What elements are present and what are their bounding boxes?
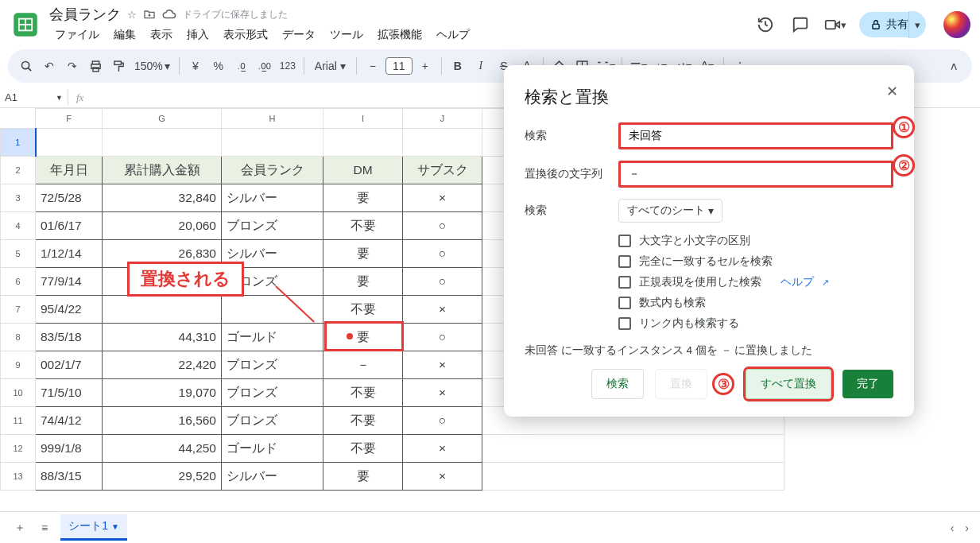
col-header-h[interactable]: H	[222, 109, 323, 129]
row-header[interactable]: 6	[1, 268, 36, 296]
cell[interactable]: ブロンズ	[222, 351, 323, 379]
sheet-tab-1[interactable]: シート1▼	[60, 514, 127, 541]
italic-icon[interactable]: I	[471, 55, 491, 77]
cell[interactable]: 16,560	[103, 407, 222, 435]
num-format-icon[interactable]: 123	[277, 55, 298, 77]
undo-icon[interactable]: ↶	[39, 55, 60, 77]
checkbox-regex[interactable]	[618, 276, 631, 289]
add-sheet-icon[interactable]: ＋	[11, 518, 29, 538]
cell[interactable]: 88/3/15	[36, 463, 103, 491]
cell[interactable]: 29,520	[103, 463, 222, 491]
scope-select[interactable]: すべてのシート ▾	[618, 199, 722, 223]
cell[interactable]: 20,060	[103, 212, 222, 240]
cell[interactable]: 不要	[323, 407, 403, 435]
row-header[interactable]: 10	[1, 379, 36, 407]
cell[interactable]: ×	[403, 379, 482, 407]
row-header[interactable]: 5	[1, 240, 36, 268]
cell[interactable]: 1/12/14	[36, 240, 103, 268]
th-date[interactable]: 年月日	[36, 157, 103, 184]
row-header[interactable]: 11	[1, 407, 36, 435]
select-all-corner[interactable]	[1, 109, 36, 129]
tab-scroll-left-icon[interactable]: ‹	[951, 522, 955, 534]
cell[interactable]: －	[323, 351, 403, 379]
font-family[interactable]: Arial ▾	[310, 55, 351, 77]
tab-scroll-right-icon[interactable]: ›	[965, 522, 969, 534]
cell[interactable]: 999/1/8	[36, 435, 103, 463]
cell[interactable]: 71/5/10	[36, 379, 103, 407]
cell[interactable]: ×	[403, 184, 482, 212]
cell[interactable]: 83/5/18	[36, 324, 103, 351]
cell[interactable]: 不要	[323, 212, 403, 240]
cell[interactable]: ×	[403, 463, 482, 491]
cell[interactable]	[222, 296, 323, 324]
cell[interactable]: ブロンズ	[222, 379, 323, 407]
account-avatar[interactable]	[943, 11, 970, 38]
row-header[interactable]: 13	[1, 463, 36, 491]
cell[interactable]: ブロンズ	[222, 407, 323, 435]
th-amount[interactable]: 累計購入金額	[103, 157, 222, 184]
th-sub[interactable]: サブスク	[403, 157, 482, 184]
cell[interactable]: 74/4/12	[36, 407, 103, 435]
cell[interactable]	[36, 129, 103, 157]
close-icon[interactable]: ✕	[886, 83, 898, 100]
font-size-decrease[interactable]: −	[362, 55, 383, 77]
doc-title[interactable]: 会員ランク	[49, 5, 121, 24]
search-tool-icon[interactable]	[16, 55, 37, 77]
done-button[interactable]: 完了	[842, 370, 893, 398]
cell[interactable]: 002/1/7	[36, 351, 103, 379]
cell[interactable]: ○	[403, 212, 482, 240]
redo-icon[interactable]: ↷	[62, 55, 83, 77]
checkbox-formula[interactable]	[618, 297, 631, 309]
th-dm[interactable]: DM	[323, 157, 403, 184]
cell[interactable]	[482, 435, 784, 463]
collapse-toolbar-icon[interactable]: ʌ	[943, 55, 964, 77]
name-box[interactable]: A1▼	[0, 89, 68, 106]
menu-insert[interactable]: 挿入	[181, 25, 215, 45]
paint-format-icon[interactable]	[108, 55, 129, 77]
cell[interactable]: ×	[403, 351, 482, 379]
menu-addons[interactable]: 拡張機能	[372, 25, 428, 45]
cell[interactable]: ○	[403, 407, 482, 435]
percent-icon[interactable]: %	[208, 55, 229, 77]
row-header[interactable]: 12	[1, 435, 36, 463]
menu-tools[interactable]: ツール	[324, 25, 369, 45]
row-header[interactable]: 4	[1, 212, 36, 240]
col-header-j[interactable]: J	[403, 109, 482, 129]
currency-icon[interactable]: ¥	[185, 55, 206, 77]
cell[interactable]: 95/4/22	[36, 296, 103, 324]
row-header[interactable]: 8	[1, 324, 36, 351]
cell[interactable]: 要	[323, 184, 403, 212]
replace-all-button[interactable]: すべて置換	[746, 369, 831, 399]
cell[interactable]: 01/6/17	[36, 212, 103, 240]
cell[interactable]	[482, 463, 784, 491]
cell[interactable]: 不要	[323, 435, 403, 463]
menu-edit[interactable]: 編集	[108, 25, 141, 45]
replace-button[interactable]: 置換	[655, 369, 707, 399]
font-size-increase[interactable]: +	[415, 55, 436, 77]
cell[interactable]: ○	[403, 324, 482, 351]
cell[interactable]: 32,840	[103, 184, 222, 212]
menu-data[interactable]: データ	[277, 25, 321, 45]
cell[interactable]: ゴールド	[222, 435, 323, 463]
row-header[interactable]: 9	[1, 351, 36, 379]
cell[interactable]: 不要	[323, 296, 403, 324]
menu-file[interactable]: ファイル	[49, 25, 105, 45]
menu-help[interactable]: ヘルプ	[431, 25, 475, 45]
cell[interactable]: ×	[403, 296, 482, 324]
cell[interactable]: ×	[403, 435, 482, 463]
cell[interactable]: 不要	[323, 379, 403, 407]
cell[interactable]: 44,310	[103, 324, 222, 351]
row-header[interactable]: 3	[1, 184, 36, 212]
share-dropdown[interactable]: ▾	[908, 11, 926, 38]
checkbox-exact[interactable]	[618, 255, 631, 268]
comment-icon[interactable]	[789, 14, 812, 36]
th-rank[interactable]: 会員ランク	[222, 157, 323, 184]
font-size-input[interactable]: 11	[385, 57, 413, 75]
row-header[interactable]: 7	[1, 296, 36, 324]
cell[interactable]: 77/9/14	[36, 268, 103, 296]
bold-icon[interactable]: B	[447, 55, 468, 77]
cell[interactable]: 44,250	[103, 435, 222, 463]
checkbox-link[interactable]	[618, 317, 631, 330]
cell[interactable]: 要	[323, 324, 403, 351]
zoom-level[interactable]: 150% ▾	[131, 55, 173, 77]
